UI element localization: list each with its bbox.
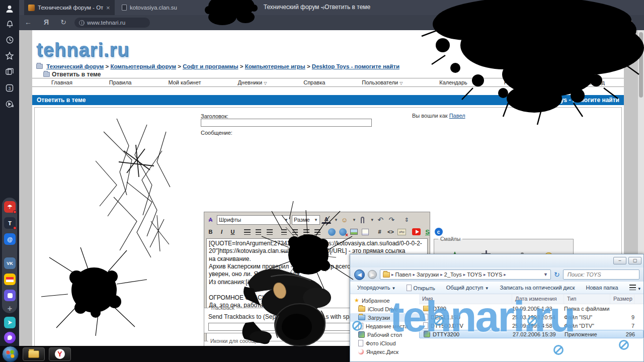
file-row[interactable]: DEISL1.ISU 25.03.1998 20:54 Файл "ISU" 9 bbox=[419, 313, 643, 321]
forward-button[interactable]: ▶ bbox=[368, 270, 377, 279]
app-alice-icon[interactable] bbox=[4, 332, 16, 343]
remove-format-button[interactable]: A bbox=[206, 215, 215, 224]
taskbar-explorer-button[interactable] bbox=[23, 347, 45, 361]
address-breadcrumb[interactable]: ▸Павел ▸Загрузки ▸2_Toys ▸TOYS ▸TOYS ▸ ▼ bbox=[380, 269, 551, 280]
underline-button[interactable]: U bbox=[228, 227, 237, 236]
nav-downloads[interactable]: Загрузки bbox=[350, 313, 419, 322]
explorer-titlebar[interactable]: – ▢ bbox=[350, 254, 643, 267]
site-logo[interactable]: tehnari.ru bbox=[36, 39, 129, 61]
crumb[interactable]: TOYS bbox=[487, 272, 502, 278]
yandex-search-button[interactable]: Я bbox=[41, 18, 51, 26]
breadcrumb-link[interactable]: Технический форум bbox=[46, 63, 104, 69]
add-app-button[interactable]: + bbox=[4, 303, 16, 314]
font-color-button[interactable]: A bbox=[321, 216, 331, 224]
redo-button[interactable]: ↷ bbox=[387, 215, 396, 224]
code-button[interactable]: <> bbox=[386, 227, 395, 236]
tab-close-icon[interactable]: × bbox=[106, 4, 110, 12]
refresh-button[interactable]: ↻ bbox=[554, 270, 560, 279]
undo-button[interactable]: ↶ bbox=[376, 215, 385, 224]
chevron-down-icon[interactable]: ▼ bbox=[543, 272, 548, 277]
nav-recent-places[interactable]: Недавние места bbox=[350, 322, 419, 330]
bookmarks-star-icon[interactable] bbox=[4, 50, 16, 62]
menu-item-logout[interactable]: Выход bbox=[588, 79, 605, 85]
organize-button[interactable]: Упорядочить ▼ bbox=[357, 285, 395, 291]
menu-item-new-posts[interactable]: Новые сообщения bbox=[504, 79, 551, 85]
chevron-down-icon[interactable]: ▼ bbox=[352, 218, 356, 222]
nav-icloud-photos[interactable]: Фото iCloud bbox=[350, 339, 419, 347]
php-button[interactable]: php bbox=[397, 227, 407, 236]
tab-kotovasiya[interactable]: kotovasiya.clan.su bbox=[118, 0, 203, 15]
nav-yandex-disk[interactable]: Яндекс.Диск bbox=[350, 347, 419, 356]
burn-button[interactable]: Записать на оптический диск bbox=[500, 285, 575, 291]
back-button[interactable]: ← bbox=[23, 18, 33, 26]
menu-item-home[interactable]: Главная bbox=[51, 79, 72, 85]
file-row[interactable]: DTT500.DTV 25.09.1995 4:58 Файл "DTV" 7 bbox=[419, 321, 643, 330]
menu-item-users[interactable]: Пользователи ▽ bbox=[362, 79, 403, 85]
italic-button[interactable]: I bbox=[217, 227, 226, 236]
app-t-icon[interactable]: T bbox=[4, 217, 16, 229]
user-link[interactable]: Павел bbox=[449, 113, 465, 119]
align-center-button[interactable] bbox=[254, 227, 263, 236]
title-input[interactable] bbox=[201, 119, 372, 127]
hash-button[interactable]: # bbox=[375, 227, 384, 236]
back-button[interactable]: ◀ bbox=[354, 269, 365, 280]
column-date[interactable]: Дата изменения bbox=[512, 294, 564, 304]
history-clock-icon[interactable] bbox=[4, 34, 16, 46]
ordered-list-button[interactable] bbox=[279, 227, 289, 236]
crumb[interactable]: 2_Toys bbox=[444, 272, 462, 278]
column-name[interactable]: Имя bbox=[419, 294, 512, 304]
maximize-button[interactable]: ▢ bbox=[628, 257, 641, 264]
breadcrumb-link[interactable]: Компьютерный форум bbox=[110, 63, 176, 69]
profile-icon[interactable] bbox=[4, 3, 16, 15]
size-select[interactable]: Разме▼ bbox=[292, 215, 320, 225]
address-bar[interactable]: www.tehnari.ru bbox=[74, 18, 150, 28]
menu-item-calendar[interactable]: Календарь bbox=[439, 79, 467, 85]
share-button[interactable]: Общий доступ ▼ bbox=[446, 285, 489, 291]
outdent-button[interactable] bbox=[301, 227, 311, 236]
download-icon[interactable]: ↓ bbox=[630, 18, 633, 26]
breadcrumb-link[interactable]: Софт и программы bbox=[183, 63, 238, 69]
column-type[interactable]: Тип bbox=[564, 294, 610, 304]
view-toggle[interactable]: ▼ bbox=[629, 285, 641, 291]
crumb[interactable]: Павел bbox=[395, 272, 412, 278]
open-button[interactable]: Открыть bbox=[407, 285, 435, 291]
tabs-count-badge[interactable]: 3 bbox=[4, 82, 16, 94]
app-purple-icon[interactable] bbox=[4, 290, 16, 301]
crumb[interactable]: TOYS bbox=[467, 272, 482, 278]
nav-desktop[interactable]: Рабочий стол bbox=[350, 330, 419, 339]
column-size[interactable]: Размер bbox=[610, 294, 634, 304]
unlink-button[interactable] bbox=[338, 227, 348, 236]
chevron-down-icon[interactable]: ▼ bbox=[370, 218, 374, 222]
align-right-button[interactable] bbox=[265, 227, 274, 236]
collections-icon[interactable] bbox=[4, 66, 16, 78]
crumb[interactable]: Загрузки bbox=[417, 272, 439, 278]
new-folder-button[interactable]: Новая папка bbox=[586, 285, 618, 291]
breadcrumb-link[interactable]: Desktop Toys - помогите найти bbox=[312, 63, 399, 69]
app-umbrella-icon[interactable]: ☂ bbox=[4, 201, 16, 213]
insert-image-button[interactable] bbox=[349, 227, 359, 236]
insert-link-button[interactable] bbox=[327, 227, 337, 236]
chevron-down-icon[interactable]: ▼ bbox=[334, 218, 338, 222]
menu-item-help[interactable]: Справка bbox=[303, 79, 325, 85]
youtube-button[interactable] bbox=[412, 227, 421, 236]
search-box[interactable] bbox=[563, 269, 639, 280]
start-button[interactable] bbox=[2, 346, 19, 362]
nav-favorites[interactable]: ★Избранное bbox=[350, 296, 419, 305]
app-messenger-icon[interactable]: ➤ bbox=[4, 317, 16, 328]
align-left-button[interactable] bbox=[243, 227, 252, 236]
tab-forum[interactable]: Технический форум - Отве × bbox=[24, 0, 115, 15]
app-mailru-icon[interactable]: @ bbox=[4, 233, 16, 245]
scrollbar-thumb[interactable] bbox=[639, 32, 643, 98]
bold-button[interactable]: B bbox=[206, 227, 215, 236]
file-row[interactable]: DT00 10.09.2005 1:23 Папка с файлами bbox=[419, 304, 643, 313]
nav-icloud-drive[interactable]: iCloud Drive bbox=[350, 305, 419, 313]
media-play-icon[interactable] bbox=[4, 98, 16, 110]
fonts-select[interactable]: Шрифты▼ bbox=[217, 215, 290, 225]
breadcrumb-link[interactable]: Компьютерные игры bbox=[245, 63, 305, 69]
menu-item-cabinet[interactable]: Мой кабинет bbox=[168, 79, 201, 85]
quote-button[interactable] bbox=[360, 227, 370, 236]
resize-button[interactable]: ⇕ bbox=[402, 215, 412, 224]
attach-button[interactable] bbox=[358, 215, 367, 224]
app-yandex-mail-icon[interactable] bbox=[4, 274, 16, 285]
coub-button[interactable]: c bbox=[434, 227, 443, 236]
